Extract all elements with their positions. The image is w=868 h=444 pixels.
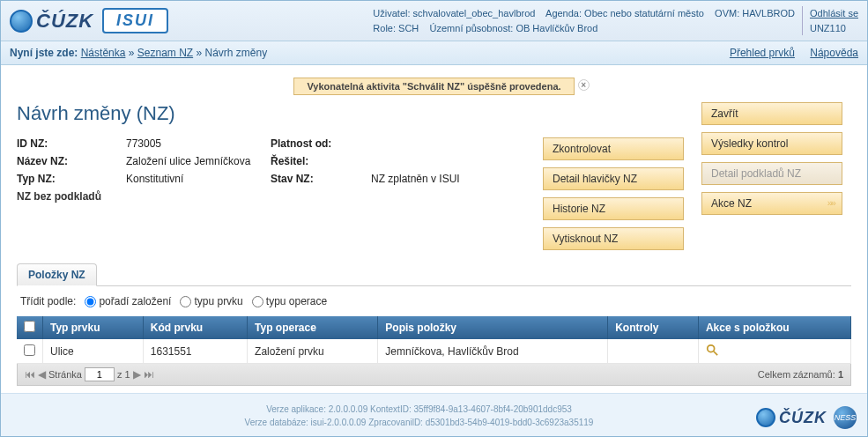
footer-line-2: Verze databáze: isui-2.0.0.0.09 Zpracova… xyxy=(82,416,756,429)
footer-cuzk-logo: ČÚZK xyxy=(756,408,827,427)
sort-opt-order[interactable]: pořadí založení xyxy=(85,295,171,307)
name-label: Název NZ: xyxy=(17,155,122,167)
svg-line-1 xyxy=(714,352,717,355)
breadcrumb-item-2: Návrh změny xyxy=(205,47,268,59)
role-label: Role: xyxy=(373,23,396,33)
isui-logo: ISUI xyxy=(102,8,168,33)
ovm-value: HAVLBROD xyxy=(742,8,795,18)
solver-value xyxy=(371,155,543,167)
breadcrumb-prefix: Nyní jste zde: xyxy=(10,47,78,59)
user-info: Uživatel: schvalovatel_obec_havlbrod Age… xyxy=(373,6,858,35)
sort-radio-order[interactable] xyxy=(85,296,96,307)
validity-value xyxy=(371,137,543,150)
first-page-icon[interactable]: ⏮ xyxy=(25,368,35,381)
sort-label: Třídit podle: xyxy=(20,295,76,307)
breadcrumb-sep: » xyxy=(196,47,202,59)
pager: ⏮ ◀ Stránka z 1 ▶ ⏭ Celkem záznamů: 1 xyxy=(17,364,851,386)
role-value: SCH xyxy=(398,23,419,33)
total-label: Celkem záznamů: xyxy=(758,369,835,380)
ness-logo: NESS xyxy=(834,406,857,429)
breadcrumb-item-1[interactable]: Seznam NZ xyxy=(137,47,193,59)
sort-radio-type[interactable] xyxy=(180,296,191,307)
id-value: 773005 xyxy=(126,137,267,150)
tab-items[interactable]: Položky NZ xyxy=(17,263,97,286)
of-label: z xyxy=(117,369,122,380)
header-detail-button[interactable]: Detail hlavičky NZ xyxy=(543,167,684,190)
total-value: 1 xyxy=(838,369,843,380)
breadcrumb: Nyní jste zde: Nástěnka » Seznam NZ » Ná… xyxy=(1,41,867,65)
cell-type: Ulice xyxy=(43,339,144,364)
footer: Verze aplikace: 2.0.0.0.09 KontextID: 35… xyxy=(1,393,867,436)
page-label: Stránka xyxy=(48,369,82,380)
last-page-icon[interactable]: ⏭ xyxy=(144,368,154,381)
name-value: Založení ulice Jemníčkova xyxy=(126,155,267,167)
globe-icon xyxy=(10,10,33,33)
unz-code: UNZ110 xyxy=(810,23,846,33)
solver-label: Řešitel: xyxy=(271,155,367,167)
cell-code: 1631551 xyxy=(143,339,247,364)
scope-label: Územní působnost: xyxy=(430,23,514,33)
actions-button-label: Akce NZ xyxy=(711,197,752,210)
cuzk-logo-text: ČÚZK xyxy=(36,10,93,33)
tabs: Položky NZ xyxy=(17,263,851,286)
state-label: Stav NZ: xyxy=(271,173,367,185)
logout-link[interactable]: Odhlásit se xyxy=(810,8,858,18)
overview-link[interactable]: Přehled prvků xyxy=(730,47,795,59)
state-value: NZ zplatněn v ISUI xyxy=(371,173,543,185)
sort-radio-op[interactable] xyxy=(252,296,263,307)
col-code[interactable]: Kód prvku xyxy=(143,316,247,339)
table-header-row: Typ prvku Kód prvku Typ operace Popis po… xyxy=(17,316,851,339)
magnifier-icon[interactable] xyxy=(706,344,718,356)
cell-checks xyxy=(608,339,699,364)
print-button[interactable]: Vytisknout NZ xyxy=(543,227,684,250)
history-button[interactable]: Historie NZ xyxy=(543,197,684,220)
sort-opt-type[interactable]: typu prvku xyxy=(180,295,242,307)
prev-page-icon[interactable]: ◀ xyxy=(38,368,46,381)
breadcrumb-item-0[interactable]: Nástěnka xyxy=(81,47,126,59)
col-checks[interactable]: Kontroly xyxy=(608,316,699,339)
cell-desc: Jemníčkova, Havlíčkův Brod xyxy=(378,339,608,364)
sort-opt-op[interactable]: typu operace xyxy=(252,295,327,307)
breadcrumb-sep: » xyxy=(129,47,135,59)
footer-line-1: Verze aplikace: 2.0.0.0.09 KontextID: 35… xyxy=(82,403,756,416)
ovm-label: OVM: xyxy=(715,8,739,18)
validity-label: Platnost od: xyxy=(271,137,367,150)
check-button[interactable]: Zkontrolovat xyxy=(543,137,684,160)
type-label: Typ NZ: xyxy=(17,173,122,185)
footer-cuzk-text: ČÚZK xyxy=(779,409,827,427)
close-button[interactable]: Zavřít xyxy=(701,102,842,125)
header-bar: ČÚZK ISUI Uživatel: schvalovatel_obec_ha… xyxy=(1,1,867,41)
help-link[interactable]: Nápověda xyxy=(810,47,858,59)
agenda-label: Agenda: xyxy=(545,8,582,18)
cell-op: Založení prvku xyxy=(248,339,378,364)
agenda-value: Obec nebo statutární město xyxy=(584,8,704,18)
success-alert: Vykonatelná aktivita "Schválit NZ" úspěš… xyxy=(293,78,574,95)
svg-point-0 xyxy=(708,345,715,352)
sort-row: Třídit podle: pořadí založení typu prvku… xyxy=(17,286,851,316)
row-checkbox[interactable] xyxy=(24,344,35,356)
user-value: schvalovatel_obec_havlbrod xyxy=(413,8,536,18)
page-input[interactable] xyxy=(85,367,115,381)
results-button[interactable]: Výsledky kontrol xyxy=(701,132,842,155)
table-row: Ulice 1631551 Založení prvku Jemníčkova,… xyxy=(17,339,851,364)
type-value: Konstitutivní xyxy=(126,173,267,185)
actions-button[interactable]: Akce NZ »» xyxy=(701,192,842,215)
col-actions[interactable]: Akce s položkou xyxy=(698,316,850,339)
next-page-icon[interactable]: ▶ xyxy=(133,368,141,381)
close-icon[interactable]: × xyxy=(578,79,590,91)
chevron-right-icon: »» xyxy=(827,197,835,208)
col-desc[interactable]: Popis položky xyxy=(378,316,608,339)
col-type[interactable]: Typ prvku xyxy=(43,316,144,339)
user-label: Uživatel: xyxy=(373,8,410,18)
total-pages: 1 xyxy=(124,369,130,380)
id-label: ID NZ: xyxy=(17,137,122,150)
cuzk-logo: ČÚZK xyxy=(10,10,93,33)
globe-icon xyxy=(756,408,775,427)
cell-actions xyxy=(698,339,850,364)
col-op[interactable]: Typ operace xyxy=(248,316,378,339)
alert-text: Vykonatelná aktivita "Schválit NZ" úspěš… xyxy=(307,81,560,92)
docs-detail-button: Detail podkladů NZ xyxy=(701,162,842,185)
items-table: Typ prvku Kód prvku Typ operace Popis po… xyxy=(17,316,851,364)
scope-value: OB Havlíčkův Brod xyxy=(516,23,597,33)
select-all-checkbox[interactable] xyxy=(24,321,35,332)
